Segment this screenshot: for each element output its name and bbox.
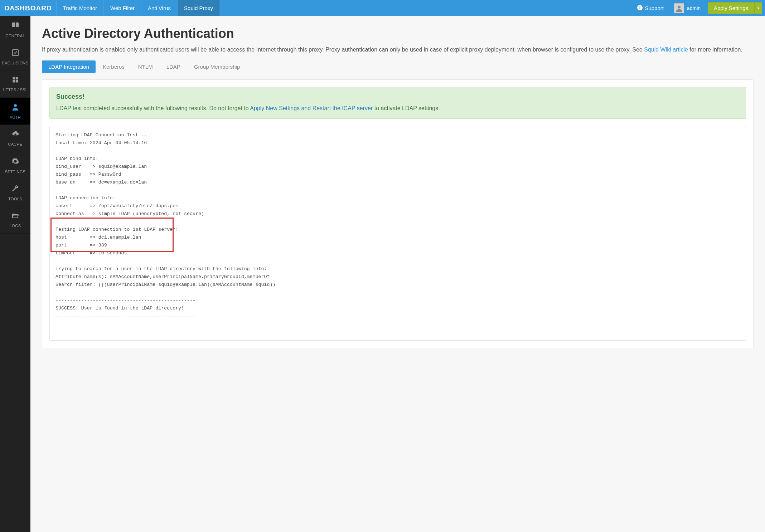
tab-ldap[interactable]: LDAP [160,60,187,73]
tab-ntlm[interactable]: NTLM [132,60,159,73]
ldap-test-log: Starting LDAP Connection Test... Local t… [49,126,746,341]
sidebar-label: EXCLUSIONS [2,61,29,65]
log-line: connect as => simple LDAP (unencrypted, … [55,211,204,216]
tab-ldap-integration[interactable]: LDAP Integration [42,60,96,73]
nav-web-filter[interactable]: Web Filter [104,0,141,16]
brand-logo[interactable]: DASHBOARD [0,0,57,16]
squid-wiki-link[interactable]: Squid Wiki article [644,47,688,53]
content-panel: Success! LDAP test completed successfull… [42,79,754,348]
svg-rect-2 [640,6,640,7]
svg-rect-1 [640,7,640,9]
apply-settings-group: Apply Settings ▾ [708,2,762,14]
alert-body: LDAP test completed successfully with th… [56,104,739,113]
log-line: bind_pass => Passw0rd [55,172,121,177]
nav-squid-proxy[interactable]: Squid Proxy [178,0,220,16]
sidebar: GENERAL EXCLUSIONS HTTPS / SSL AUTH CACH… [0,16,30,532]
page-title: Active Directory Authentication [42,26,754,41]
auth-tabs: LDAP Integration Kerberos NTLM LDAP Grou… [42,60,754,73]
alert-title: Success! [56,93,739,101]
log-line: LDAP bind info: [55,156,98,161]
sidebar-item-tools[interactable]: TOOLS [0,179,30,206]
sidebar-label: SETTINGS [5,170,25,174]
avatar-icon [674,3,684,13]
log-line: LDAP connection info: [55,195,116,201]
apply-settings-caret[interactable]: ▾ [754,2,762,14]
apply-restart-link[interactable]: Apply New Settings and Restart the ICAP … [250,105,373,111]
sidebar-item-general[interactable]: GENERAL [0,16,30,43]
cloud-download-icon [11,131,20,140]
svg-rect-7 [13,80,15,82]
support-label: Support [645,5,664,11]
apply-settings-button[interactable]: Apply Settings [708,2,754,14]
user-menu[interactable]: admin [669,3,706,13]
topbar-right: Support admin Apply Settings ▾ [632,0,765,16]
nav-anti-virus[interactable]: Anti Virus [141,0,178,16]
log-line: base_dn => dc=example,dc=lan [55,180,147,185]
log-line: cacert => /opt/websafety/etc/ldaps.pem [55,203,178,209]
sidebar-item-exclusions[interactable]: EXCLUSIONS [0,43,30,70]
sidebar-label: HTTPS / SSL [3,88,28,92]
svg-rect-4 [12,49,18,55]
sidebar-label: TOOLS [8,197,22,201]
book-icon [11,21,20,31]
tab-kerberos[interactable]: Kerberos [96,60,131,73]
log-line: SUCCESS: User is found in the LDAP direc… [55,306,184,311]
lead-text-post: for more information. [688,47,742,53]
alert-text-pre: LDAP test completed successfully with th… [56,105,250,111]
top-nav: Traffic Monitor Web Filter Anti Virus Sq… [57,0,220,16]
log-line: Search filter: (|(userPrincipalName=squi… [55,282,275,287]
svg-point-3 [678,5,681,8]
gear-icon [11,157,19,167]
lead-text: If proxy authentication is enabled only … [42,47,644,53]
sidebar-item-https-ssl[interactable]: HTTPS / SSL [0,70,30,98]
page-description: If proxy authentication is enabled only … [42,45,754,54]
log-line: ----------------------------------------… [55,298,195,303]
sidebar-item-auth[interactable]: AUTH [0,98,30,125]
grid-icon [12,76,19,86]
sidebar-label: CACHE [8,142,22,146]
svg-rect-8 [15,80,18,82]
info-icon [637,5,643,11]
topbar: DASHBOARD Traffic Monitor Web Filter Ant… [0,0,765,16]
alert-text-post: to activate LDAP settings. [373,105,440,111]
user-icon [12,103,19,113]
support-link[interactable]: Support [632,0,669,16]
sidebar-item-settings[interactable]: SETTINGS [0,152,30,179]
log-line: Local time: 2024-Apr-04 05:14:16 [55,140,147,146]
sidebar-label: GENERAL [5,34,25,38]
svg-rect-6 [15,77,18,79]
success-alert: Success! LDAP test completed successfull… [49,87,746,119]
log-line: Attribute name(s): sAMAccountName,userPr… [55,274,270,279]
svg-point-9 [14,104,16,107]
main-content: Active Directory Authentication If proxy… [30,16,765,532]
sidebar-label: LOGS [10,224,21,228]
username-label: admin [687,5,701,11]
log-line: Trying to search for a user in the LDAP … [55,266,267,272]
sidebar-item-cache[interactable]: CACHE [0,125,30,152]
highlight-box [50,218,174,252]
log-line: bind_user => squid@example.lan [55,164,147,169]
nav-traffic-monitor[interactable]: Traffic Monitor [57,0,104,16]
log-line: ----------------------------------------… [55,313,195,319]
folder-open-icon [11,212,20,221]
sidebar-item-logs[interactable]: LOGS [0,206,30,234]
log-line: Starting LDAP Connection Test... [55,132,147,138]
svg-rect-5 [13,77,15,79]
wrench-icon [11,185,19,195]
check-square-icon [11,49,19,59]
sidebar-label: AUTH [10,115,21,119]
tab-group-membership[interactable]: Group Membership [188,60,246,73]
